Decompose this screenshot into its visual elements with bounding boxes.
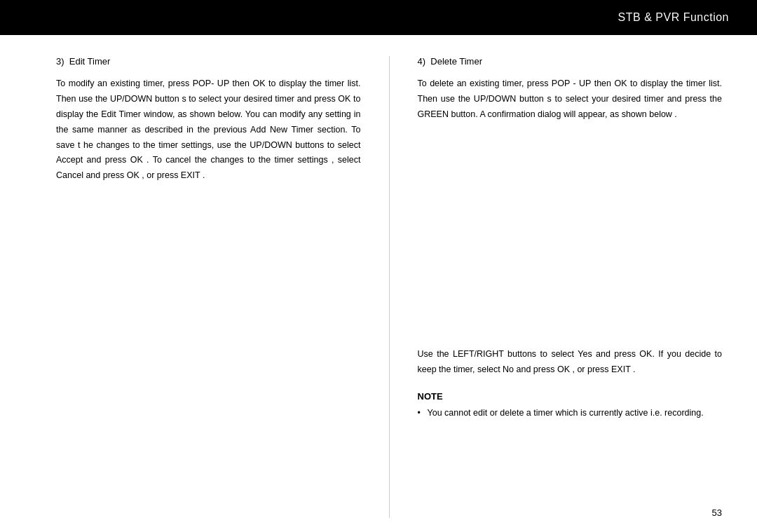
right-section-body: To delete an existing timer, press POP -… [418,76,723,123]
right-column: 4) Delete Timer To delete an existing ti… [390,56,723,518]
left-column: 3) Edit Timer To modify an existing time… [56,56,390,518]
right-lower-section: Use the LEFT/RIGHT buttons to select Yes… [418,347,723,422]
left-section-body: To modify an existing timer, press POP- … [56,76,361,184]
note-section: NOTE You cannot edit or delete a timer w… [418,391,723,421]
note-title: NOTE [418,391,723,402]
page-content: 3) Edit Timer To modify an existing time… [0,35,757,532]
left-section-title: 3) Edit Timer [56,56,361,67]
note-item: You cannot edit or delete a timer which … [418,406,723,421]
page-header: STB & PVR Function [0,0,757,35]
right-section-title: 4) Delete Timer [418,56,723,67]
header-title: STB & PVR Function [618,11,729,24]
page-number: 53 [712,507,722,518]
right-lower-body: Use the LEFT/RIGHT buttons to select Yes… [418,347,723,378]
